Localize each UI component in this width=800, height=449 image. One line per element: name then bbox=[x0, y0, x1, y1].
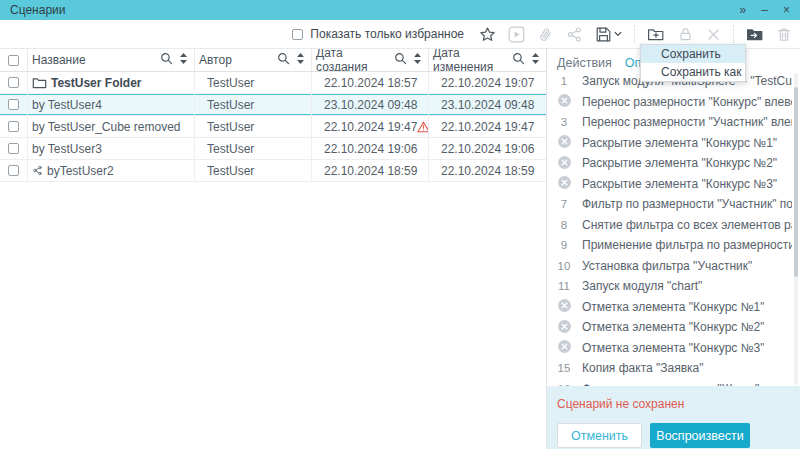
action-text: Копия факта "Заявка" bbox=[582, 361, 704, 375]
action-number: 1 bbox=[553, 75, 575, 87]
action-item[interactable]: 16Фильтр по размерности "Жюри" по паттер… bbox=[547, 379, 792, 387]
search-icon[interactable] bbox=[394, 52, 407, 68]
play-scenario-button[interactable] bbox=[508, 25, 525, 44]
column-header-3[interactable]: Дата изменения bbox=[429, 49, 546, 71]
close-icon[interactable]: × bbox=[783, 0, 790, 20]
favorite-star-button[interactable] bbox=[479, 25, 496, 44]
action-item[interactable]: 7Фильтр по размерности "Участник" по пат… bbox=[547, 194, 792, 215]
action-skipped bbox=[553, 94, 575, 109]
action-item[interactable]: Отметка элемента "Конкурс №1" bbox=[547, 297, 792, 318]
row-select-cell bbox=[0, 116, 28, 137]
action-item[interactable]: Раскрытие элемента "Конкурс №2" bbox=[547, 153, 792, 174]
circle-x-icon bbox=[558, 135, 571, 150]
action-text: Отметка элемента "Конкурс №3" bbox=[582, 341, 764, 355]
action-number: 7 bbox=[553, 198, 575, 210]
action-item[interactable]: Отметка элемента "Конкурс №3" bbox=[547, 338, 792, 359]
save-dropdown-menu: СохранитьСохранить как bbox=[640, 44, 746, 82]
action-number: 9 bbox=[553, 239, 575, 251]
menu-item-save[interactable]: Сохранить bbox=[641, 45, 745, 63]
row-name-cell: by TestUser4 bbox=[28, 94, 195, 115]
panel-scrollbar[interactable] bbox=[794, 73, 798, 385]
column-header-label: Автор bbox=[199, 53, 232, 67]
panel-scrollbar-thumb[interactable] bbox=[794, 87, 798, 277]
row-name: by TestUser3 bbox=[32, 142, 102, 156]
row-created-cell: 22.10.2024 18:57 bbox=[312, 72, 429, 93]
table-body: TestUser FolderTestUser22.10.2024 18:572… bbox=[0, 72, 546, 182]
minimize-icon[interactable]: – bbox=[761, 0, 768, 20]
row-modified: 22.10.2024 19:06 bbox=[441, 142, 534, 156]
row-name: TestUser Folder bbox=[51, 76, 141, 90]
row-name-cell: by TestUser3 bbox=[28, 138, 195, 159]
chevron-down-icon bbox=[614, 31, 622, 37]
collapse-icon[interactable]: » bbox=[740, 0, 747, 20]
table-row[interactable]: byTestUser2TestUser22.10.2024 18:5922.10… bbox=[0, 160, 546, 182]
sort-icon[interactable] bbox=[296, 52, 305, 68]
table-row[interactable]: by TestUser4TestUser23.10.2024 09:4823.1… bbox=[0, 94, 546, 116]
row-select-cell bbox=[0, 72, 28, 93]
sort-icon[interactable] bbox=[179, 52, 188, 68]
row-created: 22.10.2024 19:47 bbox=[324, 120, 417, 134]
close-icon bbox=[706, 27, 721, 42]
row-author: TestUser bbox=[207, 142, 254, 156]
move-to-folder-button[interactable] bbox=[746, 25, 764, 44]
action-item[interactable]: Отметка элемента "Конкурс №2" bbox=[547, 317, 792, 338]
create-folder-button[interactable] bbox=[647, 25, 665, 44]
row-checkbox[interactable] bbox=[8, 165, 19, 176]
row-checkbox[interactable] bbox=[8, 143, 19, 154]
action-item[interactable]: 11Запуск модуля "chart" bbox=[547, 276, 792, 297]
table-row[interactable]: TestUser FolderTestUser22.10.2024 18:572… bbox=[0, 72, 546, 94]
table-row[interactable]: by TestUser3TestUser22.10.2024 19:0622.1… bbox=[0, 138, 546, 160]
lock-button[interactable] bbox=[677, 25, 694, 44]
folder-move-icon bbox=[746, 26, 764, 43]
details-panel: ДействияОписание 1Запуск модуля "MultiSp… bbox=[546, 49, 800, 449]
column-header-1[interactable]: Автор bbox=[195, 49, 312, 71]
favorites-filter: Показать только избранное bbox=[292, 27, 464, 41]
action-skipped bbox=[553, 340, 575, 355]
search-icon[interactable] bbox=[512, 52, 525, 68]
search-icon[interactable] bbox=[160, 52, 173, 68]
circle-x-icon bbox=[558, 176, 571, 191]
row-checkbox[interactable] bbox=[8, 121, 19, 132]
sort-icon[interactable] bbox=[531, 52, 540, 68]
row-created: 22.10.2024 18:59 bbox=[324, 164, 417, 178]
attach-link-button[interactable] bbox=[537, 25, 554, 44]
action-item[interactable]: 9Применение фильтра по размерности "" bbox=[547, 235, 792, 256]
save-button[interactable] bbox=[595, 25, 622, 44]
cancel-button[interactable]: Отменить bbox=[557, 423, 642, 448]
circle-x-icon bbox=[558, 94, 571, 109]
favorites-checkbox[interactable] bbox=[292, 29, 303, 40]
action-item[interactable]: Перенос размерности "Конкурс" влево bbox=[547, 92, 792, 113]
table-header: НазваниеАвторДата созданияДата изменения bbox=[0, 49, 546, 72]
action-item[interactable]: 8Снятие фильтра со всех элементов размер… bbox=[547, 215, 792, 236]
sort-icon[interactable] bbox=[413, 52, 422, 68]
action-number: 10 bbox=[553, 260, 575, 272]
action-item[interactable]: Раскрытие элемента "Конкурс №3" bbox=[547, 174, 792, 195]
column-header-2[interactable]: Дата создания bbox=[312, 49, 429, 71]
action-skipped bbox=[553, 135, 575, 150]
action-item[interactable]: 10Установка фильтра "Участник" bbox=[547, 256, 792, 277]
row-checkbox[interactable] bbox=[8, 99, 19, 110]
menu-item-save-as[interactable]: Сохранить как bbox=[641, 63, 745, 81]
remove-from-folder-button[interactable] bbox=[706, 25, 721, 44]
tab-actions[interactable]: Действия bbox=[557, 56, 612, 70]
select-all-checkbox[interactable] bbox=[8, 55, 19, 66]
share-button[interactable] bbox=[566, 25, 583, 44]
row-modified-cell: 22.10.2024 18:59 bbox=[429, 160, 546, 181]
delete-button[interactable] bbox=[776, 25, 792, 44]
row-name: by TestUser_Cube removed bbox=[32, 120, 181, 134]
row-created: 23.10.2024 09:48 bbox=[324, 98, 417, 112]
row-created: 22.10.2024 18:57 bbox=[324, 76, 417, 90]
action-item[interactable]: 15Копия факта "Заявка" bbox=[547, 358, 792, 379]
action-item[interactable]: Раскрытие элемента "Конкурс №1" bbox=[547, 133, 792, 154]
action-number: 3 bbox=[553, 116, 575, 128]
action-text: Снятие фильтра со всех элементов размерн… bbox=[582, 218, 792, 232]
table-row[interactable]: by TestUser_Cube removedTestUser22.10.20… bbox=[0, 116, 546, 138]
row-created: 22.10.2024 19:06 bbox=[324, 142, 417, 156]
row-checkbox[interactable] bbox=[8, 77, 19, 88]
action-item[interactable]: 3Перенос размерности "Участник" влево bbox=[547, 112, 792, 133]
row-select-cell bbox=[0, 138, 28, 159]
search-icon[interactable] bbox=[277, 52, 290, 68]
play-button[interactable]: Воспроизвести bbox=[650, 423, 750, 448]
action-text: Отметка элемента "Конкурс №2" bbox=[582, 320, 764, 334]
column-header-0[interactable]: Название bbox=[28, 49, 195, 71]
